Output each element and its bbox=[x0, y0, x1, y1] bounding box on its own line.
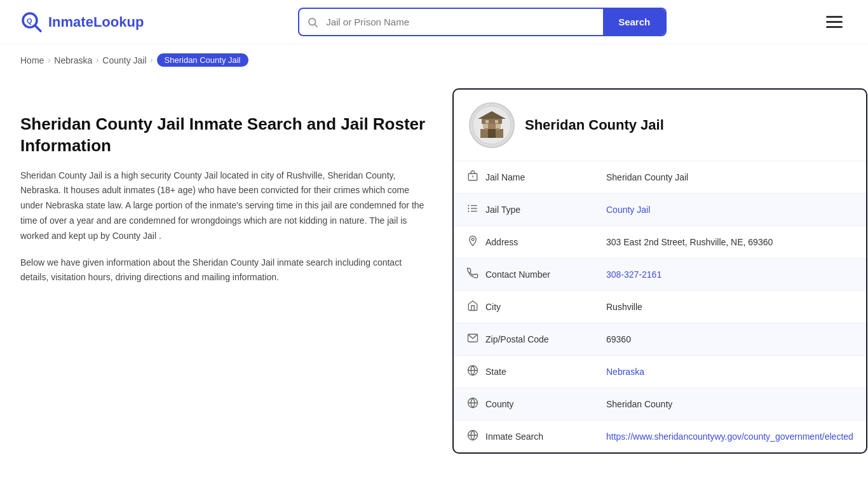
left-column: Sheridan County Jail Inmate Search and J… bbox=[20, 88, 427, 454]
label-cell: County bbox=[466, 397, 581, 411]
value-link[interactable]: https://www.sheridancountywy.gov/county_… bbox=[606, 431, 853, 442]
table-row: Jail Name Sheridan County Jail bbox=[454, 161, 866, 194]
value-link[interactable]: 308-327-2161 bbox=[606, 269, 661, 280]
row-label: Address bbox=[485, 237, 518, 247]
mail-icon bbox=[466, 332, 479, 346]
globe-icon bbox=[466, 365, 479, 379]
jail-card-name: Sheridan County Jail bbox=[525, 117, 664, 133]
search-input[interactable] bbox=[326, 10, 603, 34]
table-row: City Rushville bbox=[454, 291, 866, 323]
row-label: City bbox=[485, 302, 501, 312]
logo-text: InmateLookup bbox=[48, 14, 144, 30]
row-label: Jail Name bbox=[485, 172, 525, 182]
value-cell: Sheridan County Jail bbox=[593, 161, 866, 194]
value-text: 303 East 2nd Street, Rushville, NE, 6936… bbox=[606, 237, 773, 247]
value-link[interactable]: Nebraska bbox=[606, 367, 644, 377]
svg-text:Q: Q bbox=[27, 17, 32, 25]
label-cell: Jail Name bbox=[466, 170, 581, 184]
hamburger-line-2 bbox=[826, 21, 843, 23]
label-cell: City bbox=[466, 300, 581, 314]
svg-point-20 bbox=[468, 205, 469, 206]
table-row: County Sheridan County bbox=[454, 388, 866, 421]
value-text: Sheridan County Jail bbox=[606, 172, 688, 182]
value-cell: Sheridan County bbox=[593, 388, 866, 421]
svg-rect-13 bbox=[485, 120, 489, 123]
header: Q InmateLookup Search bbox=[0, 0, 868, 44]
breadcrumb-home[interactable]: Home bbox=[20, 55, 44, 65]
phone-icon bbox=[466, 268, 479, 281]
value-link[interactable]: County Jail bbox=[606, 205, 650, 215]
svg-point-23 bbox=[471, 238, 474, 241]
row-label: Zip/Postal Code bbox=[485, 334, 549, 344]
label-cell: Address bbox=[466, 235, 581, 249]
value-text: Sheridan County bbox=[606, 399, 672, 409]
city-icon bbox=[466, 300, 479, 314]
list-icon bbox=[466, 203, 479, 217]
hamburger-line-3 bbox=[826, 26, 843, 28]
jail-building-icon bbox=[471, 105, 512, 146]
info-table: Jail Name Sheridan County Jail Jail Type… bbox=[454, 161, 866, 452]
logo-link[interactable]: Q InmateLookup bbox=[20, 11, 144, 34]
jail-card-header: Sheridan County Jail bbox=[454, 90, 866, 161]
svg-rect-14 bbox=[495, 120, 498, 123]
breadcrumb-nebraska[interactable]: Nebraska bbox=[54, 55, 92, 65]
county-icon bbox=[466, 397, 479, 411]
jail-card: Sheridan County Jail Jail Name Sheridan … bbox=[452, 88, 867, 454]
search-globe-icon bbox=[466, 430, 479, 444]
page-title: Sheridan County Jail Inmate Search and J… bbox=[20, 114, 427, 157]
breadcrumb: Home › Nebraska › County Jail › Sheridan… bbox=[0, 44, 868, 76]
value-cell: Nebraska bbox=[593, 356, 866, 388]
value-cell: County Jail bbox=[593, 194, 866, 226]
page-desc-1: Sheridan County Jail is a high security … bbox=[20, 168, 427, 244]
row-label: County bbox=[485, 399, 513, 409]
menu-button[interactable] bbox=[821, 11, 848, 33]
table-row: State Nebraska bbox=[454, 356, 866, 388]
chevron-icon-3: › bbox=[151, 56, 153, 65]
row-label: Contact Number bbox=[485, 269, 550, 280]
table-row: Zip/Postal Code 69360 bbox=[454, 323, 866, 356]
value-text: 69360 bbox=[606, 334, 631, 344]
svg-rect-12 bbox=[496, 124, 501, 128]
row-label: Inmate Search bbox=[485, 431, 543, 442]
pin-icon bbox=[466, 235, 479, 249]
svg-rect-10 bbox=[488, 129, 496, 138]
chevron-icon-1: › bbox=[48, 56, 50, 65]
svg-rect-8 bbox=[482, 119, 502, 124]
breadcrumb-active: Sheridan County Jail bbox=[157, 53, 248, 67]
jail-avatar bbox=[469, 102, 515, 148]
value-cell: https://www.sheridancountywy.gov/county_… bbox=[593, 421, 866, 453]
value-cell: 69360 bbox=[593, 323, 866, 356]
hamburger-line-1 bbox=[826, 16, 843, 18]
main-content: Sheridan County Jail Inmate Search and J… bbox=[0, 76, 868, 479]
value-cell: Rushville bbox=[593, 291, 866, 323]
table-row: Jail Type County Jail bbox=[454, 194, 866, 226]
svg-line-1 bbox=[35, 25, 41, 31]
svg-point-22 bbox=[468, 210, 469, 212]
building-icon bbox=[466, 170, 479, 184]
search-bar: Search bbox=[298, 8, 667, 36]
search-icon bbox=[299, 17, 326, 28]
table-row: Inmate Search https://www.sheridancounty… bbox=[454, 421, 866, 453]
label-cell: Contact Number bbox=[466, 268, 581, 281]
svg-line-4 bbox=[315, 24, 318, 27]
label-cell: Inmate Search bbox=[466, 430, 581, 444]
label-cell: State bbox=[466, 365, 581, 379]
table-row: Address 303 East 2nd Street, Rushville, … bbox=[454, 226, 866, 259]
svg-rect-11 bbox=[483, 124, 488, 128]
right-column: Sheridan County Jail Jail Name Sheridan … bbox=[452, 88, 867, 454]
value-text: Rushville bbox=[606, 302, 642, 312]
value-cell: 308-327-2161 bbox=[593, 259, 866, 291]
breadcrumb-county-jail[interactable]: County Jail bbox=[102, 55, 146, 65]
page-desc-2: Below we have given information about th… bbox=[20, 255, 427, 286]
table-row: Contact Number 308-327-2161 bbox=[454, 259, 866, 291]
search-button[interactable]: Search bbox=[603, 9, 665, 35]
logo-icon: Q bbox=[20, 11, 43, 34]
label-cell: Zip/Postal Code bbox=[466, 332, 581, 346]
chevron-icon-2: › bbox=[96, 56, 98, 65]
value-cell: 303 East 2nd Street, Rushville, NE, 6936… bbox=[593, 226, 866, 259]
svg-point-3 bbox=[309, 18, 316, 25]
row-label: Jail Type bbox=[485, 205, 520, 215]
label-cell: Jail Type bbox=[466, 203, 581, 217]
svg-point-21 bbox=[468, 208, 469, 209]
row-label: State bbox=[485, 367, 506, 377]
